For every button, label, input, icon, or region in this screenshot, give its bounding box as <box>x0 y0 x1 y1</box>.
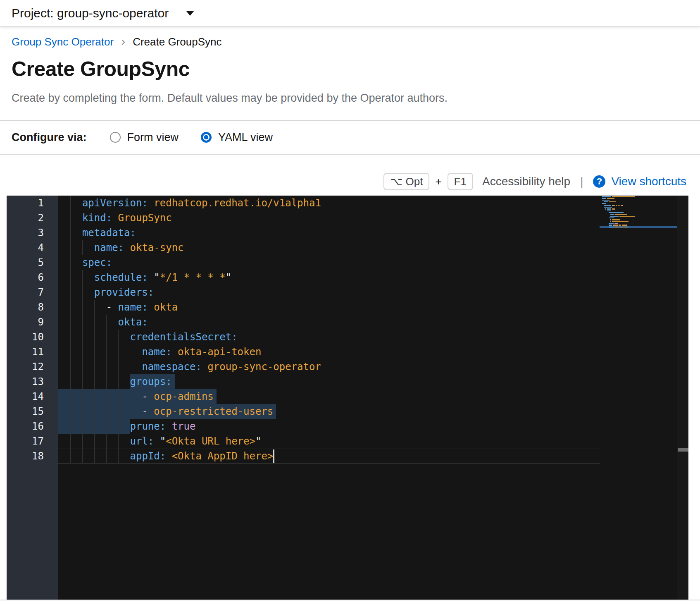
line-number: 14 <box>7 389 44 404</box>
toolbar-divider: | <box>580 175 583 188</box>
page-description: Create by completing the form. Default v… <box>12 92 448 105</box>
code-line[interactable]: - name: okta <box>70 300 600 315</box>
indent-guide <box>118 330 119 344</box>
project-selector[interactable]: Project: group-sync-operator <box>12 6 169 20</box>
indent-guide <box>94 404 95 419</box>
caret-down-icon[interactable] <box>186 11 194 16</box>
indent-guide <box>130 404 130 419</box>
code-line[interactable]: metadata: <box>70 225 600 240</box>
line-number: 13 <box>7 374 44 389</box>
yaml-editor[interactable]: 123456789101112131415161718 apiVersion: … <box>7 196 688 600</box>
code-line[interactable]: name: okta-sync <box>70 240 600 255</box>
indent-guide <box>70 449 71 464</box>
indent-guide <box>82 330 83 344</box>
indent-guide <box>106 434 107 449</box>
line-number: 15 <box>7 404 44 419</box>
kbd-opt-chip: ⌥ Opt <box>383 173 429 190</box>
code-line[interactable]: schedule: "*/1 * * * *" <box>70 270 600 285</box>
code-line[interactable]: - ocp-restricted-users <box>70 404 600 419</box>
indent-guide <box>94 315 95 330</box>
indent-guide <box>82 270 83 285</box>
indent-guide <box>106 449 107 464</box>
indent-guide <box>70 404 71 419</box>
indent-guide <box>82 449 83 464</box>
code-line[interactable]: url: "<Okta URL here>" <box>70 434 600 449</box>
text-cursor <box>273 449 274 463</box>
radio-yaml-view-label[interactable]: YAML view <box>218 131 273 144</box>
indent-guide <box>94 330 95 344</box>
indent-guide <box>70 419 71 434</box>
indent-guide <box>130 389 130 404</box>
view-shortcuts-link[interactable]: View shortcuts <box>611 175 686 188</box>
code-line[interactable]: apiVersion: redhatcop.redhat.io/v1alpha1 <box>70 196 600 210</box>
line-number: 16 <box>7 419 44 434</box>
code-line[interactable]: appId: <Okta AppID here> <box>70 449 600 464</box>
indent-guide <box>82 434 83 449</box>
line-number: 18 <box>7 449 44 464</box>
code-line[interactable]: spec: <box>70 255 600 270</box>
indent-guide <box>106 389 107 404</box>
radio-yaml-view[interactable]: YAML view <box>201 131 273 144</box>
indent-guide <box>118 359 119 374</box>
configure-via-row: Configure via: Form view YAML view <box>12 121 295 154</box>
indent-guide <box>82 404 83 419</box>
code-line[interactable]: credentialsSecret: <box>70 330 600 344</box>
indent-guide <box>118 434 119 449</box>
indent-guide <box>70 240 71 255</box>
indent-guide <box>106 315 107 330</box>
indent-guide <box>94 344 95 359</box>
configure-via-label: Configure via: <box>12 131 87 144</box>
indent-guide <box>106 344 107 359</box>
indent-guide <box>70 255 71 270</box>
radio-form-view-label[interactable]: Form view <box>127 131 179 144</box>
editor-minimap[interactable] <box>600 196 677 600</box>
create-groupsync-page: Project: group-sync-operator Group Sync … <box>0 0 700 612</box>
line-number: 5 <box>7 255 44 270</box>
indent-guide <box>94 419 95 434</box>
indent-guide <box>82 300 83 315</box>
indent-guide <box>130 359 130 374</box>
indent-guide <box>70 359 71 374</box>
indent-guide <box>70 389 71 404</box>
code-line[interactable]: kind: GroupSync <box>70 210 600 225</box>
indent-guide <box>94 434 95 449</box>
page-title: Create GroupSync <box>12 57 190 81</box>
radio-unchecked-icon[interactable] <box>110 132 121 143</box>
code-line[interactable]: providers: <box>70 285 600 300</box>
section-divider-editor <box>0 154 700 155</box>
line-number: 12 <box>7 359 44 374</box>
indent-guide <box>118 344 119 359</box>
breadcrumb-link-operator[interactable]: Group Sync Operator <box>12 36 114 48</box>
editor-gutter: 123456789101112131415161718 <box>7 196 58 600</box>
indent-guide <box>82 419 83 434</box>
indent-guide <box>94 359 95 374</box>
radio-form-view[interactable]: Form view <box>110 131 179 144</box>
code-line[interactable]: okta: <box>70 315 600 330</box>
code-line[interactable]: name: okta-api-token <box>70 344 600 359</box>
code-line[interactable]: - ocp-admins <box>70 389 600 404</box>
indent-guide <box>118 374 119 389</box>
code-line[interactable]: namespace: group-sync-operator <box>70 359 600 374</box>
project-bar: Project: group-sync-operator <box>0 0 700 26</box>
indent-guide <box>106 359 107 374</box>
indent-guide <box>70 225 71 240</box>
code-line[interactable]: prune: true <box>70 419 600 434</box>
indent-guide <box>82 374 83 389</box>
radio-checked-icon[interactable] <box>201 132 212 143</box>
cursor-overview-marker <box>678 448 688 452</box>
indent-guide <box>82 240 83 255</box>
indent-guide <box>70 285 71 300</box>
indent-guide <box>82 285 83 300</box>
editor-code-area[interactable]: apiVersion: redhatcop.redhat.io/v1alpha1… <box>58 196 600 600</box>
indent-guide <box>82 344 83 359</box>
indent-guide <box>70 344 71 359</box>
indent-guide <box>70 270 71 285</box>
question-circle-icon[interactable]: ? <box>593 175 605 188</box>
indent-guide <box>82 359 83 374</box>
line-number: 11 <box>7 344 44 359</box>
code-line[interactable]: groups: <box>70 374 600 389</box>
indent-guide <box>118 449 119 464</box>
indent-guide <box>130 344 130 359</box>
line-number: 4 <box>7 240 44 255</box>
editor-scrollbar[interactable] <box>677 196 688 600</box>
